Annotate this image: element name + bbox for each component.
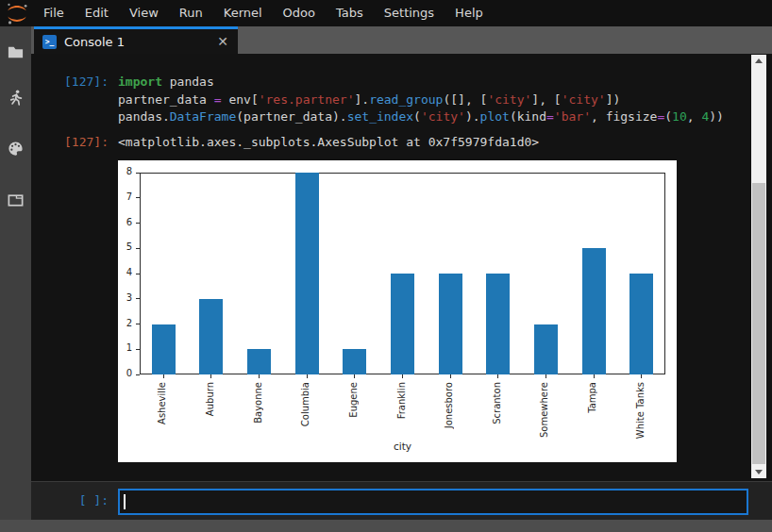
scroll-up-arrow-icon[interactable] (751, 55, 766, 68)
left-sidebar (0, 26, 31, 520)
menu-items: FileEditViewRunKernelOdooTabsSettingsHel… (33, 0, 494, 26)
tab-title: Console 1 (64, 35, 217, 49)
y-tick-mark (136, 173, 140, 174)
x-tick-mark (354, 374, 355, 378)
y-tick-mark (136, 274, 140, 274)
code-lines[interactable]: import pandaspartner_data = env['res.par… (118, 74, 724, 126)
output-repr-text: <matplotlib.axes._subplots.AxesSubplot a… (118, 134, 539, 152)
y-tick-mark (136, 324, 140, 324)
x-axis-label: city (140, 441, 665, 452)
menu-item-help[interactable]: Help (445, 0, 494, 26)
y-tick-label: 5 (118, 241, 132, 252)
menu-bar: FileEditViewRunKernelOdooTabsSettingsHel… (0, 0, 772, 26)
y-tick-label: 1 (118, 342, 132, 353)
scroll-down-arrow-icon[interactable] (751, 465, 766, 478)
bar-columbia (295, 173, 319, 374)
code-line: pandas.DataFrame(partner_data).set_index… (118, 108, 724, 126)
x-tick-label: Eugene (348, 382, 359, 418)
x-tick-mark (497, 374, 498, 378)
vertical-scrollbar[interactable] (751, 55, 766, 478)
jupyter-logo-icon (5, 1, 29, 25)
bar-eugene (343, 349, 366, 374)
tab-console-1[interactable]: >_ Console 1 ✕ (34, 26, 238, 54)
tab-close-icon[interactable]: ✕ (217, 34, 228, 49)
console-input-row: [ ]: (31, 481, 772, 520)
x-tick-mark (641, 374, 642, 378)
bar-asheville (152, 324, 176, 375)
y-tick-mark (136, 223, 140, 224)
y-tick-mark (136, 349, 140, 350)
code-line: partner_data = env['res.partner'].read_g… (118, 91, 724, 109)
y-tick-label: 2 (118, 318, 132, 328)
y-tick-label: 6 (118, 217, 132, 227)
menu-item-odoo[interactable]: Odoo (273, 0, 326, 26)
menu-item-tabs[interactable]: Tabs (326, 0, 374, 26)
menu-item-run[interactable]: Run (169, 0, 213, 26)
x-tick-mark (594, 374, 595, 378)
x-tick-label: Scranton (492, 382, 502, 424)
output-cell-prompt: [127]: (31, 134, 109, 152)
bar-scranton (486, 274, 510, 374)
menu-item-file[interactable]: File (33, 0, 75, 26)
bar-white-tanks (629, 274, 653, 374)
y-tick-label: 0 (118, 368, 132, 378)
x-tick-mark (210, 374, 211, 378)
code-line: import pandas (118, 74, 724, 91)
input-cell-prompt: [127]: (31, 74, 109, 91)
figure-canvas: city_count city 012345678AshevilleAuburn… (118, 160, 677, 462)
y-tick-label: 4 (118, 267, 132, 277)
y-tick-label: 8 (118, 166, 132, 176)
y-tick-mark (136, 248, 140, 249)
bar-tampa (582, 248, 606, 374)
y-tick-mark (136, 197, 140, 198)
x-tick-label: Asheville (157, 382, 167, 424)
tab-bar: >_ Console 1 ✕ (31, 26, 772, 54)
text-cursor (124, 494, 126, 509)
console-terminal-icon: >_ (42, 35, 57, 49)
bar-auburn (199, 299, 223, 374)
bar-bayonne (247, 349, 271, 374)
y-tick-mark (136, 374, 140, 375)
x-tick-mark (545, 374, 546, 378)
jupyterlab-window: FileEditViewRunKernelOdooTabsSettingsHel… (0, 0, 772, 532)
bar-somewhere (534, 324, 558, 375)
palette-icon[interactable] (7, 140, 25, 158)
running-sessions-icon[interactable] (7, 89, 25, 107)
x-tick-label: Somewhere (539, 382, 549, 438)
x-tick-mark (402, 374, 403, 378)
x-tick-label: Columbia (300, 382, 310, 426)
x-tick-mark (307, 374, 308, 378)
x-tick-label: Jonesboro (444, 382, 454, 428)
menu-item-kernel[interactable]: Kernel (213, 0, 273, 26)
empty-input-prompt: [ ]: (31, 492, 109, 509)
scrollbar-thumb[interactable] (752, 183, 765, 464)
x-tick-label: Franklin (396, 382, 407, 419)
x-tick-label: White Tanks (635, 382, 646, 439)
x-tick-mark (259, 374, 260, 378)
x-tick-label: Tampa (587, 382, 597, 413)
menu-item-view[interactable]: View (119, 0, 169, 26)
bar-jonesboro (439, 274, 462, 374)
status-bar (0, 520, 772, 532)
x-tick-label: Auburn (205, 382, 215, 416)
y-tick-label: 7 (118, 191, 132, 202)
bar-franklin (391, 274, 414, 374)
menu-item-edit[interactable]: Edit (75, 0, 119, 26)
x-tick-mark (163, 374, 164, 378)
x-tick-label: Bayonne (253, 382, 263, 424)
menu-item-settings[interactable]: Settings (374, 0, 445, 26)
console-panel: [127]: import pandaspartner_data = env['… (31, 54, 772, 520)
open-tabs-icon[interactable] (7, 191, 25, 209)
console-code-input[interactable] (118, 489, 748, 515)
x-tick-mark (450, 374, 451, 378)
y-tick-label: 3 (118, 292, 132, 303)
file-browser-icon[interactable] (7, 43, 25, 61)
y-tick-mark (136, 298, 140, 299)
